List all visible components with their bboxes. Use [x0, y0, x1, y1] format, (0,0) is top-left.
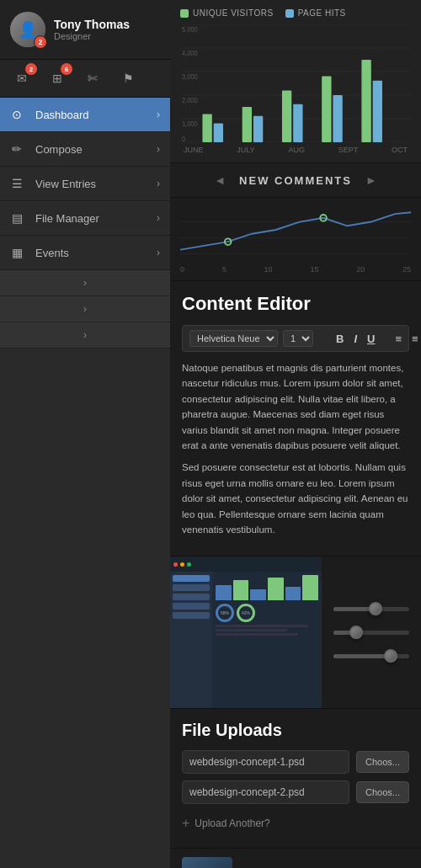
hits-label: PAGE HITS [298, 8, 346, 18]
chart-x-labels: JUNE JULY AUG SEPT OCT [180, 146, 411, 154]
legend-visitors: UNIQUE VISITORS [180, 8, 274, 18]
align-left-btn[interactable]: ≡ [392, 332, 404, 346]
compose-icon: ✏ [12, 142, 27, 156]
x-label-oct: OCT [392, 146, 408, 154]
clipboard-icon: ⊞ [52, 72, 62, 85]
bottom-row: 58% 42% [170, 556, 421, 708]
comments-next-btn[interactable]: ► [360, 172, 382, 189]
svg-rect-21 [373, 81, 382, 142]
clipboard-badge: 6 [61, 63, 72, 75]
slider-1-thumb[interactable] [369, 602, 382, 615]
calendar-icon: ▦ [12, 246, 27, 259]
ss-body: 58% 42% [170, 572, 322, 708]
ss-bar-4 [268, 578, 284, 600]
ss-nav-3 [173, 594, 210, 600]
ss-sidebar [170, 572, 212, 708]
file-row-2: Choos... [182, 780, 409, 804]
slider-2 [333, 626, 409, 638]
arrow-btn-2[interactable]: › [0, 296, 170, 322]
line-x-10: 10 [264, 265, 273, 274]
file-thumb-inner [182, 857, 232, 868]
file-row-1: Choos... [182, 750, 409, 774]
file-input-1[interactable] [182, 750, 349, 774]
editor-title: Content Editor [182, 293, 409, 315]
sidebar-item-events[interactable]: ▦ Events › [0, 236, 170, 270]
line-chart-area [180, 205, 411, 264]
profile-name: Tony Thomas [54, 18, 130, 31]
list-icon: ☰ [12, 177, 27, 190]
legend-hits: PAGE HITS [285, 8, 346, 18]
profile-role: Designer [54, 31, 130, 41]
sidebar-item-dashboard[interactable]: ⊙ Dashboard › [0, 98, 170, 132]
sidebar: 👤 2 Tony Thomas Designer ✉ 2 ⊞ 6 ✄ ⚑ [0, 0, 170, 868]
svg-text:1,000: 1,000 [182, 120, 198, 128]
file-preview-section: webdesign-concept-2.psd 48 Mega 1,024 × … [170, 849, 421, 868]
ss-nav-5 [173, 612, 210, 619]
slider-3-thumb[interactable] [384, 649, 397, 663]
x-label-june: JUNE [184, 146, 204, 154]
sidebar-item-label: File Manager [35, 212, 99, 225]
upload-another-btn[interactable]: + Upload Another? [182, 811, 409, 836]
avatar-badge: 2 [34, 35, 47, 49]
sliders-section [322, 556, 421, 708]
bold-btn[interactable]: B [333, 332, 346, 346]
comments-prev-btn[interactable]: ◄ [209, 172, 231, 189]
sidebar-icons-row: ✉ 2 ⊞ 6 ✄ ⚑ [0, 60, 170, 98]
choose-btn-2[interactable]: Choos... [356, 781, 409, 803]
font-family-select[interactable]: Helvetica Neue [189, 330, 278, 347]
ss-max-dot [187, 562, 191, 567]
file-uploads-section: File Uploads Choos... Choos... + Upload … [170, 709, 421, 849]
file-thumbnail [182, 857, 232, 868]
content-editor-section: Content Editor Helvetica Neue 12 B I U ≡… [170, 281, 421, 556]
font-size-select[interactable]: 12 [283, 330, 313, 347]
arrow-btn-3[interactable]: › [0, 322, 170, 349]
hits-dot [285, 9, 294, 18]
choose-btn-1[interactable]: Choos... [356, 751, 409, 773]
visitors-label: UNIQUE VISITORS [193, 8, 274, 18]
sidebar-item-compose[interactable]: ✏ Compose › [0, 132, 170, 167]
ss-bar-6 [302, 575, 318, 600]
ss-gauge-text-1: 58% [221, 610, 229, 615]
envelope-icon-btn[interactable]: ✉ 2 [10, 67, 34, 90]
ss-bars [216, 575, 318, 600]
ss-text-lines [216, 625, 318, 636]
file-uploads-title: File Uploads [182, 721, 409, 740]
visitors-dot [180, 9, 189, 18]
ss-bar-1 [216, 585, 232, 600]
ss-topbar [170, 556, 322, 572]
comments-label: NEW COMMENTS [239, 174, 352, 187]
line-x-20: 20 [356, 265, 365, 274]
italic-btn[interactable]: I [351, 332, 360, 346]
profile-info: Tony Thomas Designer [54, 18, 130, 41]
align-center-btn[interactable]: ≡ [409, 332, 421, 346]
ss-nav-2 [173, 584, 210, 591]
svg-rect-12 [202, 114, 211, 142]
editor-paragraph-1: Natoque penatibus et magnis dis parturie… [182, 360, 409, 453]
svg-rect-14 [242, 107, 252, 142]
file-input-2[interactable] [182, 780, 349, 804]
ss-gauge-2: 42% [237, 604, 255, 622]
clipboard-icon-btn[interactable]: ⊞ 6 [45, 67, 69, 90]
wrench-icon: ✄ [88, 72, 98, 85]
chart-legend: UNIQUE VISITORS PAGE HITS [180, 8, 411, 18]
editor-paragraph-2: Sed posuere consectetur est at lobortis.… [182, 460, 409, 537]
dashboard-icon: ⊙ [12, 108, 27, 121]
svg-text:5,000: 5,000 [182, 25, 198, 34]
arrow-btn-1[interactable]: › [0, 270, 170, 296]
x-label-sept: SEPT [338, 146, 359, 154]
plus-icon: + [182, 816, 189, 831]
sidebar-item-label: Events [35, 247, 69, 259]
svg-text:0: 0 [182, 135, 186, 142]
slider-1-rail [333, 607, 409, 611]
main-content: UNIQUE VISITORS PAGE HITS 5,000 [170, 0, 421, 868]
bar-chart-area: 5,000 4,000 3,000 2,000 1,000 0 [180, 24, 411, 142]
svg-rect-17 [293, 104, 302, 142]
sidebar-item-file-manager[interactable]: ▤ File Manager › [0, 201, 170, 236]
ss-gauge-text-2: 42% [242, 610, 250, 615]
bookmark-icon-btn[interactable]: ⚑ [116, 67, 140, 90]
wrench-icon-btn[interactable]: ✄ [81, 67, 104, 90]
slider-2-thumb[interactable] [349, 626, 363, 639]
sidebar-item-view-entries[interactable]: ☰ View Entries › [0, 167, 170, 201]
underline-btn[interactable]: U [365, 332, 377, 346]
bottom-section: 58% 42% [170, 556, 421, 709]
